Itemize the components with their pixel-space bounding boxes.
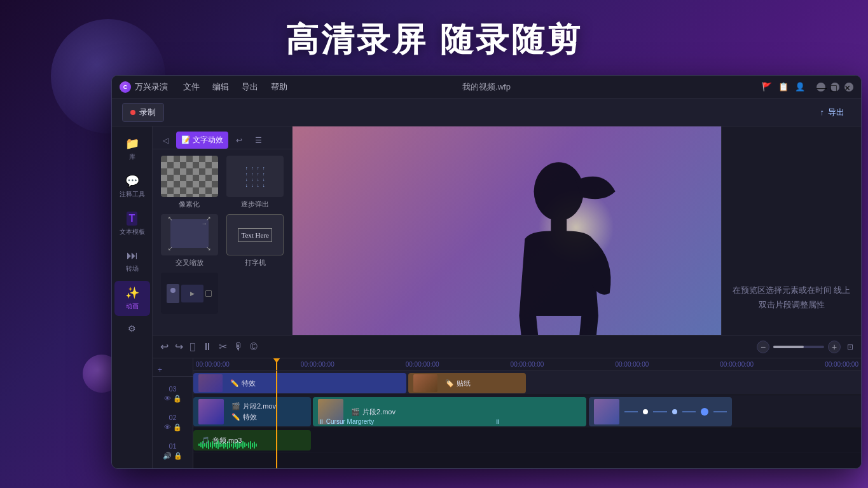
- fit-button[interactable]: ⊡: [847, 342, 853, 351]
- timeline-area: + 03 👁 🔒 02 👁 🔒 01: [153, 358, 861, 468]
- track-03-icons: 👁 🔒: [164, 395, 182, 403]
- menu-export[interactable]: 导出: [242, 81, 258, 93]
- app-window: C 万兴录演 文件 编辑 导出 帮助 我的视频.wfp 🚩 📋 👤 — □ × …: [111, 75, 862, 469]
- dot-blue[interactable]: [701, 408, 708, 416]
- menu-help[interactable]: 帮助: [271, 81, 287, 93]
- track-label-03: 03 👁 🔒: [153, 383, 193, 405]
- effects-tab-menu[interactable]: ☰: [250, 133, 267, 148]
- split-button[interactable]: ⌷: [189, 341, 196, 353]
- clip-video-icon-1: 🎬: [231, 402, 240, 410]
- clip-thumb-03-2: [413, 374, 437, 392]
- clipboard-icon[interactable]: 📋: [778, 82, 789, 92]
- clip-sticker-name: 贴纸: [457, 379, 471, 388]
- clip-sticker-icon: 🏷️: [445, 379, 454, 388]
- clip-track3-sticker[interactable]: 🏷️ 贴纸: [408, 373, 526, 393]
- lock-icon-03[interactable]: 🔒: [173, 395, 182, 403]
- mic-button[interactable]: 🎙: [233, 341, 244, 353]
- speaker-icon-01[interactable]: 🔊: [163, 452, 172, 460]
- lock-icon-02[interactable]: 🔒: [173, 423, 182, 431]
- effect-stepout[interactable]: ↑↑↑↑ ↑↑↑↑ ↓↓↓↓ ↓↓↓↓ 逐步弹出: [225, 156, 286, 209]
- effects-tab-text-animation[interactable]: 📝 文字动效: [176, 132, 228, 149]
- clip-video-name-2: 片段2.mov: [362, 407, 396, 417]
- clip-fx-2-icon: ✏️: [231, 413, 240, 421]
- sidebar-item-transition[interactable]: ⏭ 转场: [114, 244, 150, 278]
- menu-edit[interactable]: 编辑: [212, 81, 229, 93]
- effect-stepout-label: 逐步弹出: [241, 200, 269, 209]
- minimize-button[interactable]: —: [816, 83, 825, 92]
- menu-file[interactable]: 文件: [183, 81, 200, 93]
- clip-track2-2[interactable]: 🎬 片段2.mov ⏸ Cursur Margrerty ⏸: [313, 397, 586, 426]
- effects-tab-back[interactable]: ↩: [231, 133, 247, 148]
- export-button[interactable]: ↑ 导出: [814, 104, 851, 121]
- effect-typewriter-label: 打字机: [245, 258, 266, 268]
- sidebar-item-extra[interactable]: ⚙: [114, 318, 150, 339]
- track-02-icons: 👁 🔒: [164, 423, 182, 431]
- lock-icon-01[interactable]: 🔒: [174, 452, 183, 460]
- copyright-button[interactable]: ©: [250, 341, 258, 353]
- text-anim-icon: 📝: [181, 135, 191, 144]
- clip-track1-audio[interactable]: 🎵 音频.mp3: [193, 430, 311, 451]
- zoom-out-button[interactable]: −: [757, 341, 769, 353]
- sidebar-item-animation[interactable]: ✨ 动画: [114, 281, 150, 316]
- sidebar-transition-label: 转场: [126, 264, 139, 273]
- effects-tab-prev[interactable]: ◁: [158, 133, 174, 148]
- record-label: 录制: [139, 107, 156, 118]
- clip-audio-content: 🎵 音频.mp3: [198, 436, 242, 445]
- timeline-section: ↩ ↪ ⌷ ⏸ ✂ 🎙 © − + ⊡ +: [153, 335, 861, 468]
- undo-button[interactable]: ↩: [160, 341, 169, 353]
- pause-right: ⏸: [495, 418, 501, 425]
- animation-icon: ✨: [125, 286, 139, 300]
- zoom-slider[interactable]: [773, 346, 824, 348]
- zoom-in-button[interactable]: +: [828, 341, 841, 353]
- sidebar-animation-label: 动画: [126, 302, 139, 311]
- redo-button[interactable]: ↪: [175, 341, 183, 353]
- export-label: 导出: [828, 107, 844, 118]
- sidebar-annotation-label: 注释工具: [120, 190, 145, 199]
- playhead[interactable]: [276, 358, 277, 370]
- effect-pixelate-label: 像素化: [179, 200, 200, 209]
- export-icon: ↑: [820, 107, 825, 117]
- effect-stepout-thumb: ↑↑↑↑ ↑↑↑↑ ↓↓↓↓ ↓↓↓↓: [226, 156, 284, 197]
- clip-audio-icon: 🎵: [201, 437, 210, 445]
- maximize-button[interactable]: □: [830, 83, 839, 92]
- annotation-icon: 💬: [125, 174, 139, 188]
- track-row-03: ✏️ 特效 🏷️ 贴纸: [193, 371, 861, 395]
- clip-fx-name: 特效: [242, 379, 256, 388]
- flag-icon[interactable]: 🚩: [762, 82, 772, 92]
- clip-fx-2-name: 特效: [243, 412, 257, 422]
- record-button[interactable]: 录制: [122, 103, 164, 122]
- clip-track3-fx[interactable]: ✏️ 特效: [193, 373, 406, 393]
- sidebar-item-text-template[interactable]: T 文本模板: [114, 207, 150, 241]
- ruler-marks: 00:00:00:00 00:00:00:00 00:00:00:00 00:0…: [193, 361, 861, 368]
- sidebar-item-annotation[interactable]: 💬 注释工具: [114, 169, 150, 204]
- effect-wave[interactable]: ▶: [159, 273, 220, 316]
- eye-icon-03[interactable]: 👁: [164, 395, 171, 403]
- sidebar-text-label: 文本模板: [120, 227, 145, 236]
- clip-button[interactable]: ✂: [219, 341, 227, 353]
- extra-icon: ⚙: [128, 323, 136, 334]
- tracks-container: ✏️ 特效 🏷️ 贴纸: [193, 371, 861, 468]
- clip-audio-name: 音频.mp3: [212, 436, 242, 445]
- clip-track2-1[interactable]: 🎬 片段2.mov ✏️ 特效: [193, 397, 311, 426]
- add-track-button[interactable]: +: [153, 364, 193, 376]
- track-labels: + 03 👁 🔒 02 👁 🔒 01: [153, 358, 193, 468]
- track-01-icons: 🔊 🔒: [163, 452, 183, 460]
- clip-track2-3[interactable]: [589, 397, 732, 426]
- sidebar-item-library[interactable]: 📁 库: [114, 132, 150, 166]
- user-icon[interactable]: 👤: [795, 82, 805, 92]
- effect-crosszoom[interactable]: ↖ ↗ ↙ ↘ → 交叉缩放: [159, 214, 220, 268]
- sidebar-library-label: 库: [129, 152, 135, 161]
- effect-typewriter[interactable]: Text Here 打字机: [225, 214, 286, 268]
- audio-split-button[interactable]: ⏸: [202, 341, 212, 353]
- app-logo: C: [120, 81, 131, 93]
- effect-pixelate[interactable]: 像素化: [159, 156, 220, 209]
- dot-active[interactable]: [672, 409, 677, 414]
- eye-icon-02[interactable]: 👁: [164, 423, 171, 431]
- transition-icon: ⏭: [127, 249, 138, 262]
- effect-wave-thumb: ▶: [161, 273, 218, 314]
- close-button[interactable]: ×: [844, 83, 853, 92]
- zoom-fill: [773, 346, 804, 348]
- time-ruler: 00:00:00:00 00:00:00:00 00:00:00:00 00:0…: [193, 358, 861, 371]
- clip-02-1-content: 🎬 片段2.mov ✏️ 特效: [229, 402, 276, 422]
- effect-typewriter-thumb: Text Here: [226, 214, 284, 255]
